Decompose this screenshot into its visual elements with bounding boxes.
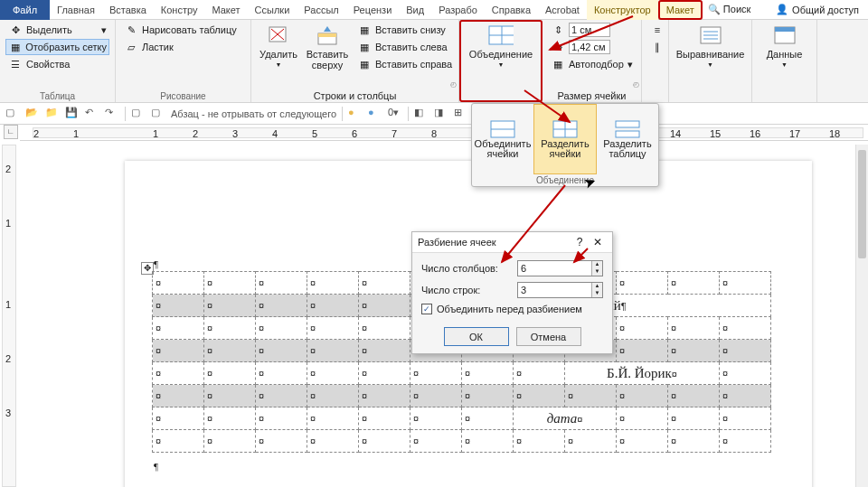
eraser-button[interactable]: ▱Ластик — [121, 39, 245, 55]
tab-help[interactable]: Справка — [485, 0, 538, 20]
text-name: Б.Й. Йорик — [607, 366, 672, 380]
tab-acrobat[interactable]: Acrobat — [538, 0, 587, 20]
tab-table-layout[interactable]: Макет — [658, 0, 703, 20]
share-label: Общий доступ — [792, 5, 859, 15]
tab-review[interactable]: Рецензи — [346, 0, 400, 20]
group-data: Данные▼ — [752, 20, 817, 102]
merge-before-label: Объединить перед разбиением — [437, 304, 582, 314]
group-label — [465, 88, 537, 100]
group-label: Рисование — [121, 89, 245, 102]
search-icon[interactable]: 🔍 Поиск — [708, 4, 751, 15]
insert-below-button[interactable]: ▦Вставить снизу — [354, 22, 455, 38]
share-button[interactable]: 👤 Общий доступ — [776, 4, 859, 15]
qat-num-icon[interactable]: 0▾ — [388, 107, 402, 121]
svg-rect-4 — [318, 33, 336, 37]
ruler-scale: 21123456789101112131415161718 — [33, 127, 863, 138]
distribute-cols-icon: ∥ — [650, 40, 665, 54]
grid-icon: ▦ — [8, 40, 22, 54]
tab-developer[interactable]: Разрабо — [431, 0, 485, 20]
spin-up-icon[interactable]: ▲ — [592, 283, 602, 290]
checkbox-icon: ✓ — [421, 304, 432, 314]
split-cells-button[interactable]: Разделить ячейки — [533, 104, 597, 174]
draw-table-button[interactable]: ✎Нарисовать таблицу — [121, 22, 245, 38]
split-table-button[interactable]: Разделить таблицу — [597, 104, 658, 174]
menu-bar: Файл Главная Вставка Констру Макет Ссылк… — [0, 0, 868, 20]
col-width-field[interactable]: ⇔1,42 см — [548, 39, 636, 55]
text-date: дата — [547, 411, 578, 426]
spin-up-icon[interactable]: ▲ — [592, 261, 602, 268]
qat-circle2-icon[interactable]: ● — [368, 107, 382, 121]
qat-m2-icon[interactable]: ◨ — [434, 107, 448, 121]
search-label: Поиск — [723, 4, 750, 14]
cancel-button[interactable]: Отмена — [516, 327, 581, 346]
qat-check1-icon[interactable]: ▢ — [131, 107, 146, 121]
insert-above-button[interactable]: Вставить сверху — [306, 22, 349, 89]
qat-m1-icon[interactable]: ◧ — [414, 107, 429, 121]
tab-layout[interactable]: Макет — [204, 0, 247, 20]
distribute-cols-button[interactable]: ∥ — [647, 39, 667, 55]
dialog-help-button[interactable]: ? — [571, 236, 589, 248]
merge-popup-label: Объединение — [472, 174, 658, 186]
alignment-dropdown[interactable]: Выравнивание▼ — [675, 22, 746, 89]
quick-access-toolbar: ▢ 📂 📁 💾 ↶ ↷ ▢ ▢ Абзац - не отрывать от с… — [0, 103, 868, 125]
ok-button[interactable]: ОК — [444, 327, 509, 346]
cols-input[interactable] — [518, 261, 591, 276]
qat-undo-icon[interactable]: ↶ — [85, 107, 99, 121]
group-rows-cols: Удалить▼ Вставить сверху ▦Вставить снизу… — [251, 20, 459, 102]
group-label: Размер ячейки◴ — [548, 89, 636, 102]
horizontal-ruler[interactable]: ∟ 21123456789101112131415161718 — [20, 125, 868, 141]
rows-input[interactable] — [518, 283, 591, 297]
merge-cells-button[interactable]: Объединить ячейки — [472, 104, 533, 174]
rows-spinner[interactable]: ▲▼ — [517, 282, 603, 298]
properties-button[interactable]: ☰Свойства — [5, 56, 109, 72]
qat-open-icon[interactable]: 📂 — [25, 107, 40, 121]
insert-right-button[interactable]: ▦Вставить справа — [354, 56, 455, 72]
spin-down-icon[interactable]: ▼ — [592, 290, 602, 297]
merge-dropdown[interactable]: Объединение▼ — [466, 22, 536, 88]
spin-down-icon[interactable]: ▼ — [592, 268, 602, 276]
file-tab[interactable]: Файл — [0, 0, 50, 20]
select-button[interactable]: ✥Выделить▾ — [5, 22, 109, 38]
pencil-icon: ✎ — [124, 23, 138, 37]
tab-references[interactable]: Ссылки — [248, 0, 297, 20]
tab-home[interactable]: Главная — [50, 0, 102, 20]
distribute-rows-button[interactable]: ≡ — [647, 22, 667, 38]
ribbon: ✥Выделить▾ ▦Отобразить сетку ☰Свойства Т… — [0, 20, 868, 103]
cols-label: Число столбцов: — [421, 263, 512, 274]
qat-save-icon[interactable]: 💾 — [65, 107, 80, 121]
qat-open2-icon[interactable]: 📁 — [45, 107, 60, 121]
dialog-launcher-icon[interactable]: ◴ — [633, 80, 639, 89]
alignment-icon — [698, 23, 723, 47]
dialog-close-button[interactable]: ✕ — [589, 236, 607, 248]
qat-redo-icon[interactable]: ↷ — [105, 107, 119, 121]
merge-before-checkbox[interactable]: ✓ Объединить перед разбиением — [421, 304, 603, 314]
scrollbar-thumb[interactable] — [858, 150, 866, 258]
delete-icon — [266, 23, 291, 47]
tab-mailings[interactable]: Рассыл — [297, 0, 345, 20]
qat-check2-icon[interactable]: ▢ — [151, 107, 165, 121]
tab-table-design[interactable]: Конструктор — [587, 0, 658, 20]
width-icon: ⇔ — [551, 40, 565, 54]
group-cell-size: ⇕1 см ⇔1,42 см ▦Автоподбор▾ Размер ячейк… — [542, 20, 642, 102]
qat-circle1-icon[interactable]: ● — [348, 107, 363, 121]
dialog-launcher-icon[interactable]: ◴ — [450, 80, 457, 89]
properties-icon: ☰ — [8, 57, 23, 71]
view-gridlines-button[interactable]: ▦Отобразить сетку — [5, 39, 109, 55]
tab-selector[interactable]: ∟ — [4, 125, 18, 139]
svg-rect-13 — [775, 27, 795, 32]
cols-spinner[interactable]: ▲▼ — [517, 260, 603, 276]
group-table: ✥Выделить▾ ▦Отобразить сетку ☰Свойства Т… — [0, 20, 116, 102]
row-height-field[interactable]: ⇕1 см — [548, 22, 636, 38]
insert-left-button[interactable]: ▦Вставить слева — [354, 39, 455, 55]
tab-view[interactable]: Вид — [399, 0, 431, 20]
qat-new-icon[interactable]: ▢ — [5, 107, 20, 121]
qat-m3-icon[interactable]: ⊞ — [454, 107, 468, 121]
tab-design[interactable]: Констру — [154, 0, 205, 20]
vertical-scrollbar[interactable] — [855, 145, 868, 487]
data-dropdown[interactable]: Данные▼ — [763, 22, 807, 89]
delete-button[interactable]: Удалить▼ — [257, 22, 300, 89]
vertical-ruler[interactable]: 21123 — [2, 145, 16, 487]
merge-popup: Объединить ячейки Разделить ячейки Разде… — [471, 103, 659, 187]
autofit-button[interactable]: ▦Автоподбор▾ — [548, 56, 636, 72]
tab-insert[interactable]: Вставка — [102, 0, 154, 20]
